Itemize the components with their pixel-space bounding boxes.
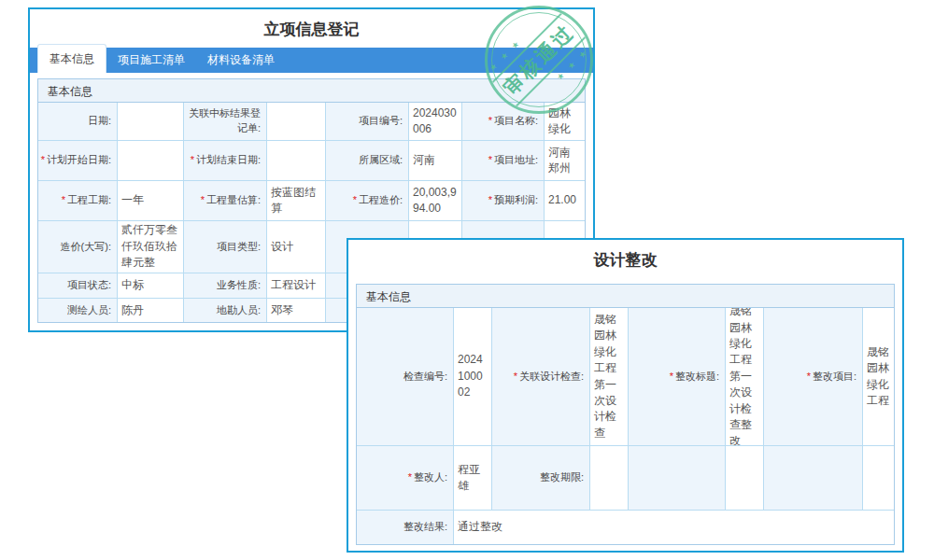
field-value-geological-surveyor: 邓琴 <box>267 299 325 322</box>
field-label-project-address: *项目地址: <box>462 141 544 180</box>
required-mark: * <box>488 193 492 208</box>
tab-material-equipment-list[interactable]: 材料设备清单 <box>196 48 286 73</box>
field-label-project-cost: *工程造价: <box>326 181 408 220</box>
required-mark: * <box>191 153 194 168</box>
field-value-date <box>118 103 183 140</box>
field-label-expected-profit: *预期利润: <box>462 181 544 220</box>
approval-stamp: ★ ★ ★ 审核通过 ★ ★ ★ <box>485 6 593 114</box>
required-mark: * <box>488 114 492 129</box>
field-value-bid-result <box>267 103 325 140</box>
field-label-rectification-deadline: 整改期限: <box>492 446 589 510</box>
required-mark: * <box>807 370 811 385</box>
field-value-project-address: 河南郑州 <box>545 141 585 180</box>
field-value-check-no: 2024100002 <box>454 308 491 445</box>
required-mark: * <box>201 193 205 208</box>
field-value-business-nature: 工程设计 <box>267 273 325 298</box>
field-label-related-design-check: *关联设计检查: <box>492 308 589 445</box>
field-value-rectification-title: 晟铭园林绿化工程第一次设计检查整改 <box>726 308 763 445</box>
required-mark: * <box>62 193 65 208</box>
section-header-basic-info: 基本信息 <box>357 285 894 308</box>
field-value-project-status: 中标 <box>118 273 183 298</box>
field-label-project-status: 项目状态: <box>38 273 117 298</box>
stamp-inner-ring: ★ ★ ★ 审核通过 ★ ★ ★ <box>491 12 587 107</box>
field-label-plan-start: *计划开始日期: <box>38 141 117 180</box>
field-label-rectification-project: *整改项目: <box>764 308 862 445</box>
stamp-band: ★ ★ ★ 审核通过 ★ ★ ★ <box>485 6 593 114</box>
field-label-empty <box>629 446 725 510</box>
design-rectification-dialog: 设计整改 基本信息 检查编号: 2024100002 *关联设计检查: 晟铭园林… <box>347 238 904 553</box>
tab-construction-list[interactable]: 项目施工清单 <box>106 48 196 73</box>
field-label-region: 所属区域: <box>326 141 408 180</box>
field-label-plan-end: *计划结束日期: <box>184 141 266 180</box>
tab-basic-info[interactable]: 基本信息 <box>37 44 106 73</box>
field-label-cost-in-words: 造价(大写): <box>38 221 117 273</box>
field-label-rectification-result: 整改结果: <box>357 511 453 544</box>
field-value-related-design-check: 晟铭园林绿化工程第一次设计检查 <box>590 308 628 445</box>
stamp-text: 审核通过 <box>498 19 580 101</box>
field-label-business-nature: 业务性质: <box>184 273 266 298</box>
required-mark: * <box>488 153 492 168</box>
field-value-project-no: 2024030006 <box>409 103 461 140</box>
page-title: 设计整改 <box>348 240 902 278</box>
field-label-rectification-title: *整改标题: <box>629 308 725 445</box>
field-value-rectification-result: 通过整改 <box>454 511 894 544</box>
field-label-check-no: 检查编号: <box>357 308 453 445</box>
field-value-region: 河南 <box>409 141 461 180</box>
field-value-rectification-deadline <box>590 446 628 510</box>
field-label-quantity-estimate: *工程量估算: <box>184 181 266 220</box>
rectification-form-table: 检查编号: 2024100002 *关联设计检查: 晟铭园林绿化工程第一次设计检… <box>357 308 894 544</box>
field-value-expected-profit: 21.00 <box>545 181 585 220</box>
field-value-plan-end <box>267 141 325 180</box>
required-mark: * <box>353 193 357 208</box>
required-mark: * <box>41 153 45 168</box>
field-label-project-no: 项目编号: <box>326 103 408 140</box>
field-value-quantity-estimate: 按蓝图结算 <box>267 181 325 220</box>
field-value-project-cost: 20,003,994.00 <box>409 181 461 220</box>
field-value-cost-in-words: 贰仟万零叁仟玖佰玖拾肆元整 <box>118 221 183 273</box>
field-label-project-type: 项目类型: <box>184 221 266 273</box>
field-value-empty <box>863 446 894 510</box>
field-value-rectification-project: 晟铭园林绿化工程 <box>863 308 894 445</box>
field-value-plan-start <box>118 141 183 180</box>
field-value-empty <box>726 446 763 510</box>
required-mark: * <box>514 370 517 385</box>
field-label-surveyor: 测绘人员: <box>38 299 117 322</box>
field-label-rectifier: *整改人: <box>357 446 453 510</box>
field-value-duration: 一年 <box>118 181 183 220</box>
field-value-rectifier: 程亚雄 <box>454 446 491 510</box>
required-mark: * <box>408 470 412 485</box>
required-mark: * <box>670 370 673 385</box>
field-label-geological-surveyor: 地勘人员: <box>184 299 266 322</box>
field-value-project-type: 设计 <box>267 221 325 273</box>
field-label-empty <box>764 446 862 510</box>
field-label-duration: *工程工期: <box>38 181 117 220</box>
field-value-surveyor: 陈丹 <box>118 299 183 322</box>
field-label-date: 日期: <box>38 103 117 140</box>
basic-info-section: 基本信息 检查编号: 2024100002 *关联设计检查: 晟铭园林绿化工程第… <box>356 284 895 545</box>
field-label-bid-result: 关联中标结果登记单: <box>184 103 266 140</box>
